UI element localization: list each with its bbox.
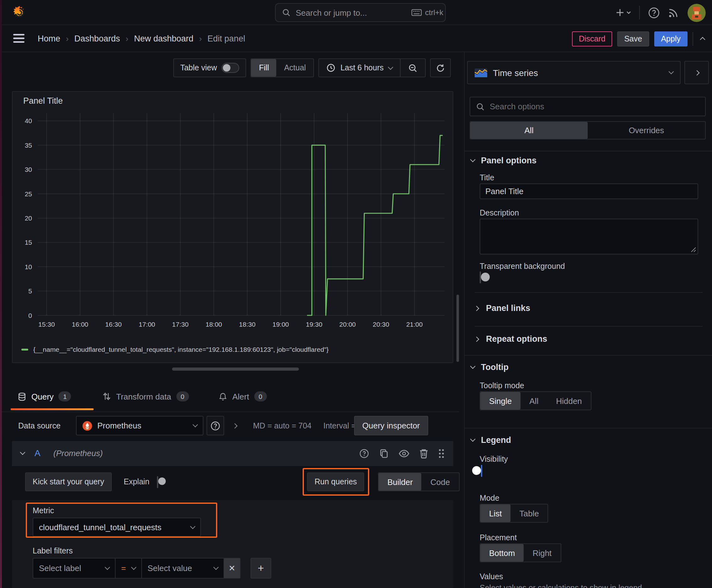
breadcrumb-home[interactable]: Home xyxy=(38,34,60,43)
tab-overrides[interactable]: Overrides xyxy=(588,122,705,139)
resize-handle-icon[interactable] xyxy=(691,247,696,253)
table-view-toggle[interactable] xyxy=(222,63,239,73)
svg-text:20: 20 xyxy=(25,214,32,222)
menu-hamburger-icon[interactable] xyxy=(13,34,24,43)
add-filter-button[interactable]: + xyxy=(251,558,271,579)
bell-icon xyxy=(218,392,227,401)
query-inspector-button[interactable]: Query inspector xyxy=(354,416,428,435)
builder-option[interactable]: Builder xyxy=(379,473,422,491)
help-icon[interactable] xyxy=(648,6,660,19)
tab-query[interactable]: Query 1 xyxy=(18,384,71,408)
query-editor-body: Metric cloudflared_tunnel_total_requests… xyxy=(12,500,453,588)
legend-placement-label: Placement xyxy=(480,533,517,542)
svg-text:30: 30 xyxy=(25,166,32,173)
grafana-logo-icon[interactable] xyxy=(11,4,28,21)
visualization-picker[interactable]: Time series xyxy=(467,61,681,84)
legend-placement-segmented: Bottom Right xyxy=(480,543,561,562)
collapse-pane-icon[interactable] xyxy=(700,37,706,42)
tooltip-all-option[interactable]: All xyxy=(520,392,547,410)
tooltip-single-option[interactable]: Single xyxy=(480,392,520,410)
datasource-picker[interactable]: Prometheus xyxy=(76,416,203,435)
legend-visibility-toggle[interactable] xyxy=(481,465,482,477)
tooltip-hidden-option[interactable]: Hidden xyxy=(547,392,590,410)
save-button[interactable]: Save xyxy=(617,31,649,46)
breadcrumb-dashboards[interactable]: Dashboards xyxy=(74,34,120,43)
svg-text:15: 15 xyxy=(25,239,32,246)
placement-right-option[interactable]: Right xyxy=(524,544,560,562)
keyboard-icon xyxy=(411,9,422,16)
actions-divider xyxy=(693,32,693,45)
panel-options-section[interactable]: Panel options xyxy=(471,156,537,165)
svg-text:17:00: 17:00 xyxy=(139,321,155,328)
zoom-out-button[interactable] xyxy=(401,59,425,77)
drag-handle-icon[interactable] xyxy=(438,448,445,459)
svg-text:20:30: 20:30 xyxy=(373,321,389,328)
svg-text:40: 40 xyxy=(25,117,32,124)
description-textarea[interactable] xyxy=(480,218,698,254)
remove-filter-button[interactable]: ✕ xyxy=(224,558,240,579)
time-range-picker[interactable]: Last 6 hours xyxy=(319,59,400,77)
panel-links-section[interactable]: Panel links xyxy=(475,303,530,313)
svg-text:10: 10 xyxy=(25,263,32,270)
kick-start-query-button[interactable]: Kick start your query xyxy=(25,472,112,491)
timeseries-chart[interactable]: 051015202530354015:3016:0016:3017:0017:3… xyxy=(16,108,450,340)
legend-section[interactable]: Legend xyxy=(471,435,511,445)
chart-legend[interactable]: {__name__="cloudflared_tunnel_total_requ… xyxy=(21,345,329,353)
breadcrumb-new-dashboard[interactable]: New dashboard xyxy=(134,34,193,43)
user-avatar[interactable] xyxy=(688,3,706,22)
legend-mode-segmented: List Table xyxy=(480,504,548,523)
select-label-dropdown[interactable]: Select label xyxy=(33,558,115,579)
refresh-button[interactable] xyxy=(430,58,451,77)
query-help-icon[interactable] xyxy=(359,448,369,459)
repeat-options-section[interactable]: Repeat options xyxy=(475,334,547,344)
svg-text:19:30: 19:30 xyxy=(306,321,322,328)
select-value-dropdown[interactable]: Select value xyxy=(142,558,224,579)
panel-title-input[interactable] xyxy=(480,184,698,199)
panel-preview: Panel Title 051015202530354015:3016:0016… xyxy=(12,91,453,363)
search-input[interactable] xyxy=(296,8,406,17)
code-option[interactable]: Code xyxy=(422,473,459,491)
news-rss-icon[interactable] xyxy=(668,7,679,18)
title-label: Title xyxy=(480,173,494,182)
actual-option[interactable]: Actual xyxy=(277,59,314,77)
collapse-query-icon[interactable] xyxy=(20,450,25,455)
legend-values-label: Values xyxy=(480,572,503,581)
series-label[interactable]: {__name__="cloudflared_tunnel_total_requ… xyxy=(33,345,329,353)
legend-table-option[interactable]: Table xyxy=(511,504,547,522)
duplicate-query-icon[interactable] xyxy=(379,448,389,459)
transparent-bg-toggle[interactable] xyxy=(480,271,481,283)
operator-dropdown[interactable]: = xyxy=(115,558,142,579)
fill-option[interactable]: Fill xyxy=(252,59,277,77)
table-view-toggle-button[interactable]: Table view xyxy=(173,58,246,77)
query-section-tabs: Query 1 Transform data 0 Alert 0 xyxy=(2,384,459,412)
tab-alert[interactable]: Alert 0 xyxy=(218,384,266,408)
metric-select[interactable]: cloudflared_tunnel_total_requests xyxy=(33,518,201,537)
hide-query-eye-icon[interactable] xyxy=(399,449,409,458)
vertical-scrollbar[interactable] xyxy=(456,295,459,362)
delete-query-trash-icon[interactable] xyxy=(419,448,428,459)
global-search[interactable]: ctrl+k xyxy=(275,3,446,22)
options-search-input[interactable] xyxy=(490,102,699,111)
viz-suggestions-button[interactable] xyxy=(684,61,709,84)
metric-label: Metric xyxy=(33,506,54,515)
datasource-help-button[interactable] xyxy=(207,416,224,435)
tooltip-mode-segmented: Single All Hidden xyxy=(480,391,591,410)
legend-list-option[interactable]: List xyxy=(480,504,511,522)
explain-toggle[interactable] xyxy=(157,476,158,488)
horizontal-scrollbar[interactable] xyxy=(172,368,299,371)
tab-all[interactable]: All xyxy=(470,122,588,139)
svg-text:16:30: 16:30 xyxy=(105,321,122,328)
breadcrumb-separator: › xyxy=(199,34,202,43)
discard-button[interactable]: Discard xyxy=(572,31,612,46)
expand-options-icon[interactable] xyxy=(232,423,238,429)
query-row-header[interactable]: A (Prometheus) xyxy=(12,441,453,466)
run-queries-button[interactable]: Run queries xyxy=(307,472,365,491)
tab-transform-data[interactable]: Transform data 0 xyxy=(102,384,189,408)
tooltip-mode-label: Tooltip mode xyxy=(480,381,524,390)
placement-bottom-option[interactable]: Bottom xyxy=(480,544,524,562)
options-search[interactable] xyxy=(470,97,706,116)
tooltip-section[interactable]: Tooltip xyxy=(471,362,509,372)
apply-button[interactable]: Apply xyxy=(654,31,688,46)
svg-text:17:30: 17:30 xyxy=(172,321,189,328)
new-button[interactable] xyxy=(616,8,631,17)
